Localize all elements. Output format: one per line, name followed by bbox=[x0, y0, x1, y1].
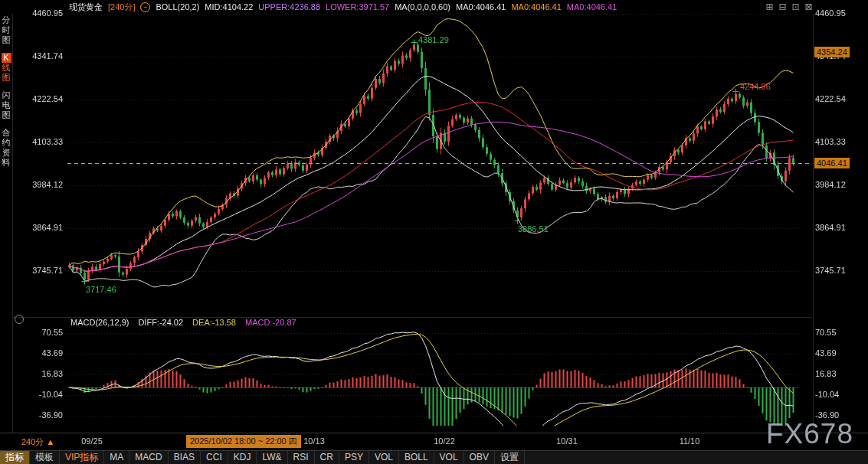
clock-icon[interactable] bbox=[15, 315, 24, 324]
macd-dea-value: DEA:-13.58 bbox=[192, 318, 236, 327]
toolbar-tab[interactable]: MACD bbox=[129, 451, 168, 464]
xaxis-divider bbox=[0, 433, 868, 433]
toolbar-tab[interactable]: 设置 bbox=[495, 451, 525, 464]
macd-macd-value: MACD:-20.87 bbox=[245, 318, 296, 327]
sidebar-item-char: 线 bbox=[2, 63, 11, 73]
boll-params-label: BOLL(20,2) bbox=[156, 2, 199, 11]
macd-diff-value: DIFF:-24.02 bbox=[138, 318, 183, 327]
boll-upper-value: UPPER:4236.88 bbox=[258, 2, 320, 11]
sidebar-item-char: 约 bbox=[2, 138, 11, 148]
toolbar-tab[interactable]: MA bbox=[104, 451, 129, 464]
sidebar-item-char: 图 bbox=[2, 73, 11, 83]
timeframe-selector[interactable]: 240分 ▲ bbox=[21, 436, 54, 448]
window-layout-icons: ⊞⊟⊡⊠ bbox=[765, 2, 814, 12]
sidebar-item-char: 分 bbox=[2, 15, 11, 25]
sidebar-item[interactable]: 分时图 bbox=[2, 15, 11, 45]
ma0-value-3: MA0:4046.41 bbox=[567, 2, 617, 11]
selected-candle-date: 2025/10/02 18:00 ~ 22:00 四 bbox=[186, 435, 301, 448]
sidebar: 分时图K线图闪电图合约资料 bbox=[0, 15, 12, 168]
sidebar-item[interactable]: 闪电图 bbox=[2, 90, 11, 120]
toolbar-tab[interactable]: LW& bbox=[257, 451, 287, 464]
sidebar-item-char: 时 bbox=[2, 25, 11, 35]
chart-canvas[interactable] bbox=[0, 0, 868, 464]
boll-lower-value: LOWER:3971.57 bbox=[326, 2, 389, 11]
session-high-badge: 4354.24 bbox=[814, 47, 850, 57]
macd-params-label: MACD(26,12,9) bbox=[70, 318, 129, 327]
sidebar-item-char: 资 bbox=[2, 148, 11, 158]
toolbar-tab[interactable]: OBV bbox=[464, 451, 495, 464]
bottom-toolbar: 指标模板VIP指标MAMACDBIASCCIKDJLW&RSICRPSYVOLB… bbox=[0, 450, 868, 464]
sidebar-item-char: 图 bbox=[2, 110, 11, 120]
toolbar-tab[interactable]: 模板 bbox=[30, 451, 60, 464]
current-price-badge: 4046.41 bbox=[814, 158, 850, 168]
up-arrow-icon: ▲ bbox=[46, 437, 54, 446]
ma-params-label: MA(0,0,0,0,60) bbox=[395, 2, 450, 11]
toolbar-tab[interactable]: KDJ bbox=[228, 451, 257, 464]
maximize-panel-icon[interactable]: ⊠ bbox=[804, 2, 814, 12]
sidebar-item[interactable]: 合约资料 bbox=[2, 128, 11, 168]
sidebar-item-char: K bbox=[2, 53, 11, 63]
sidebar-item-char: 电 bbox=[2, 100, 11, 110]
toolbar-tab[interactable]: CCI bbox=[201, 451, 228, 464]
top-bar: 现货黄金 [240分] − BOLL(20,2) MID:4104.22 UPP… bbox=[0, 0, 868, 14]
toolbar-tab[interactable]: CR bbox=[315, 451, 339, 464]
boll-mid-value: MID:4104.22 bbox=[205, 2, 253, 11]
sidebar-item-char: 合 bbox=[2, 128, 11, 138]
sidebar-item-char: 图 bbox=[2, 35, 11, 45]
toolbar-tab[interactable]: 指标 bbox=[0, 451, 30, 464]
toolbar-tab[interactable]: VIP指标 bbox=[60, 451, 104, 464]
toolbar-tab[interactable]: BIAS bbox=[169, 451, 201, 464]
toolbar-tab[interactable]: VOL bbox=[369, 451, 399, 464]
watermark: FX678 bbox=[766, 418, 853, 450]
sidebar-item-char: 闪 bbox=[2, 90, 11, 100]
ma0-value-2: MA0:4046.41 bbox=[511, 2, 561, 11]
sidebar-divider bbox=[12, 14, 13, 433]
toolbar-tab[interactable]: BOLL bbox=[399, 451, 434, 464]
sidebar-item[interactable]: K线图 bbox=[2, 53, 11, 83]
right-axis-divider bbox=[813, 14, 814, 433]
sidebar-item-char: 料 bbox=[2, 158, 11, 168]
toolbar-tab[interactable]: PSY bbox=[339, 451, 369, 464]
macd-header: MACD(26,12,9) DIFF:-24.02 DEA:-13.58 MAC… bbox=[70, 318, 296, 327]
toolbar-tab[interactable]: RSI bbox=[288, 451, 315, 464]
ma0-value-1: MA0:4046.41 bbox=[456, 2, 506, 11]
symbol-name: 现货黄金 bbox=[69, 2, 103, 13]
zoom-out-icon[interactable]: − bbox=[140, 2, 150, 12]
trading-terminal: 现货黄金 [240分] − BOLL(20,2) MID:4104.22 UPP… bbox=[0, 0, 868, 464]
split-columns-icon[interactable]: ⊟ bbox=[778, 2, 788, 12]
toolbar-tab[interactable]: VOL bbox=[434, 451, 464, 464]
timeframe-label: 240分 bbox=[21, 437, 44, 446]
split-rows-icon[interactable]: ⊡ bbox=[791, 2, 801, 12]
period-tag: [240分] bbox=[108, 2, 135, 13]
grid-layout-icon[interactable]: ⊞ bbox=[765, 2, 775, 12]
